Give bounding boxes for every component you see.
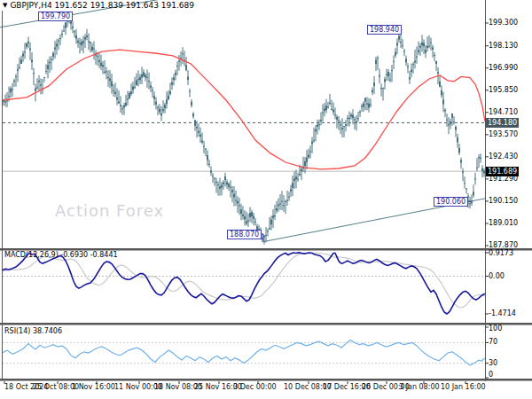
time-axis-label: 10 Jan 16:00 (441, 383, 486, 392)
ma-value-axis-box: 194.180 (486, 118, 519, 128)
time-axis-label: 3 Dec 00:00 (233, 383, 277, 392)
price-axis-tick: 190.150 (489, 197, 518, 206)
watermark: Action Forex (55, 201, 164, 220)
price-axis-tick: 193.570 (489, 130, 518, 139)
time-axis-label: 1 Nov 16:00 (72, 383, 115, 392)
price-annotation-label: 198.940 (367, 25, 402, 35)
symbol-ohlc-text: GBPJPY,H4 191.652 191.839 191.643 191.68… (10, 1, 194, 10)
symbol-info: ▼GBPJPY,H4 191.652 191.839 191.643 191.6… (3, 1, 194, 10)
price-axis-tick: 194.710 (489, 108, 518, 117)
rsi-axis-tick: 70 (489, 338, 497, 347)
price-axis-tick: 199.300 (489, 19, 518, 27)
rsi-indicator-label: RSI(14) 38.7406 (4, 327, 62, 336)
time-axis-label: 3 Jan 08:00 (399, 383, 440, 392)
collapse-arrow-icon[interactable]: ▼ (3, 2, 7, 9)
price-annotation-label: 188.070 (227, 230, 262, 239)
price-annotation-label: 199.790 (38, 12, 73, 21)
macd-indicator-label: MACD(12,26,9) -0.6930 -0.8441 (4, 251, 118, 260)
price-axis-tick: 196.990 (489, 64, 518, 73)
price-annotation-label: 190.060 (434, 197, 468, 207)
price-axis-tick: 198.130 (489, 42, 518, 51)
price-axis-tick: 192.430 (489, 153, 518, 161)
current-price-axis-box: 191.689 (486, 167, 519, 176)
macd-axis-tick: -1.4714 (489, 309, 516, 318)
macd-axis-tick: 0.00 (489, 272, 505, 281)
rsi-axis-tick: 100 (489, 325, 502, 333)
chart-window[interactable]: ▼GBPJPY,H4 191.652 191.839 191.643 191.6… (0, 0, 532, 399)
macd-axis-tick: 0.9173 (489, 249, 513, 258)
price-axis-tick: 195.850 (489, 86, 518, 95)
rsi-axis-tick: 30 (489, 359, 497, 368)
price-axis-tick: 189.010 (489, 219, 518, 228)
rsi-axis-tick: 0 (489, 371, 493, 379)
